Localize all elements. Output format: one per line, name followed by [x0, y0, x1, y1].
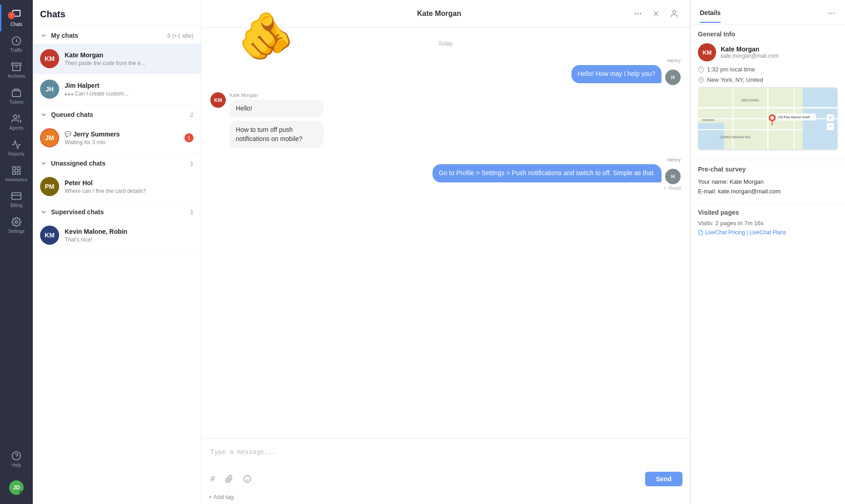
section-queued-chats[interactable]: Queued chats 2: [33, 105, 201, 123]
page-icon: [698, 230, 703, 235]
svg-point-24: [831, 13, 833, 14]
chat-name-kate-morgan: Kate Morgan: [65, 51, 193, 59]
svg-point-4: [14, 115, 17, 118]
user-avatar: JD: [9, 480, 24, 495]
msg-group-4: Henry Go to Profile > Settings > Push no…: [433, 157, 681, 191]
bubble-3: How to turn off push notifications on mo…: [229, 121, 324, 148]
msg-group-2: Kate Morgan Hello! How to turn off push …: [229, 92, 324, 150]
message-row-1: Henry Hello! How may I help you? H: [210, 58, 681, 85]
section-supervised-chats[interactable]: Supervised chats 1: [33, 202, 201, 220]
nav-label-marketplace: Marketplace: [5, 177, 27, 182]
chat-info-kevin-malone: Kevin Malone, Robin That's nice!: [65, 228, 193, 243]
map-svg: MIDTOWN Hoboken LOWER MANHATTAN 228 Park…: [698, 87, 838, 151]
avatar-jim-halpert: JH: [40, 80, 59, 99]
user-avatar-nav[interactable]: JD: [0, 472, 33, 504]
section-count-queued-chats: 2: [190, 111, 193, 118]
svg-point-19: [673, 10, 676, 14]
clock-icon: [698, 66, 704, 73]
typing-indicator: [65, 93, 73, 96]
user-email: kate.morgan@mail.com: [721, 53, 779, 59]
nav-item-archives[interactable]: Archives: [0, 57, 33, 83]
bubble-1: Hello! How may I help you?: [571, 65, 662, 83]
svg-text:+: +: [829, 115, 832, 120]
nav-label-settings: Settings: [8, 229, 25, 234]
chevron-supervised-chats: [40, 208, 47, 216]
online-indicator: [20, 491, 23, 494]
close-chat-button[interactable]: [650, 7, 662, 20]
tab-details[interactable]: Details: [700, 9, 721, 23]
more-options-button[interactable]: [631, 7, 644, 20]
section-my-chats[interactable]: My chats 3 (+1 idle): [33, 25, 201, 44]
nav-item-traffic[interactable]: Traffic: [0, 31, 33, 57]
chat-item-kevin-malone[interactable]: KM Kevin Malone, Robin That's nice!: [33, 220, 201, 251]
nav-item-billing[interactable]: Billing: [0, 186, 33, 212]
toolbar-icons: #: [209, 473, 253, 486]
date-divider: Today: [210, 40, 681, 47]
chat-item-peter-hol[interactable]: PM Peter Hol Where can I fine the card d…: [33, 171, 201, 202]
chat-info-jerry-summers: 💬 Jerry Summers Waiting for 3 min: [65, 131, 184, 146]
location-icon: [698, 77, 704, 83]
msg-avatar-henry-1: H: [665, 70, 681, 85]
hashtag-button[interactable]: #: [209, 473, 217, 486]
svg-point-14: [635, 13, 636, 14]
svg-point-16: [640, 13, 641, 14]
chat-preview-jerry-summers: Waiting for 3 min: [65, 139, 184, 146]
add-tag-link[interactable]: + Add tag: [201, 492, 690, 504]
nav-label-archives: Archives: [8, 74, 25, 79]
send-button[interactable]: Send: [645, 472, 682, 486]
page-link-1[interactable]: LiveChat Pricing | LiveChat Plans: [698, 229, 838, 236]
chat-name-peter-hol: Peter Hol: [65, 179, 193, 186]
chats-badge: 7: [8, 12, 15, 19]
nav-item-agents[interactable]: Agents: [0, 109, 33, 135]
svg-point-25: [834, 13, 835, 14]
chat-item-kate-morgan[interactable]: KM Kate Morgan Then paste the code from …: [33, 44, 201, 74]
section-title-supervised-chats: Supervised chats: [51, 208, 190, 216]
msg-sender-kate-1: Kate Morgan: [229, 92, 324, 98]
svg-rect-1: [12, 63, 21, 66]
message-row-2: KM Kate Morgan Hello! How to turn off pu…: [210, 92, 681, 150]
chat-main: Kate Morgan 🫵 Today Henry Hello! How may…: [201, 0, 690, 504]
svg-text:LOWER MANHATTAN: LOWER MANHATTAN: [720, 136, 750, 139]
svg-rect-3: [12, 91, 20, 96]
badge-jerry-summers: 1: [184, 133, 193, 142]
chat-preview-kate-morgan: Then paste the code from the e...: [65, 60, 193, 66]
chat-name-jerry-summers: 💬 Jerry Summers: [65, 131, 184, 138]
user-avatar-lg: KM: [698, 43, 716, 61]
chat-item-jim-halpert[interactable]: JH Jim Halpert Can I create custom...: [33, 74, 201, 105]
nav-item-settings[interactable]: Settings: [0, 212, 33, 238]
nav-item-marketplace[interactable]: Marketplace: [0, 161, 33, 186]
icon-nav: 7 Chats Traffic Archives Tickets Agents …: [0, 0, 33, 504]
chevron-my-chats: [40, 32, 47, 39]
user-location: New York, NY, United: [707, 76, 763, 83]
nav-item-tickets[interactable]: Tickets: [0, 83, 33, 109]
location-row: New York, NY, United: [698, 76, 838, 83]
svg-rect-7: [13, 171, 15, 174]
attachment-button[interactable]: [223, 473, 235, 486]
section-unassigned-chats[interactable]: Unassigned chats 1: [33, 153, 201, 171]
chat-info-jim-halpert: Jim Halpert Can I create custom...: [65, 82, 193, 97]
svg-rect-9: [12, 193, 21, 200]
emoji-button[interactable]: [241, 473, 253, 486]
chat-name-jim-halpert: Jim Halpert: [65, 82, 193, 89]
svg-point-23: [829, 13, 830, 14]
nav-item-help[interactable]: Help: [0, 446, 33, 472]
details-tabs: Details: [698, 9, 826, 23]
prechat-name-row: Your name: Kate Morgan: [698, 178, 838, 185]
nav-item-chats[interactable]: 7 Chats: [0, 5, 33, 31]
user-profile-button[interactable]: [668, 7, 681, 20]
chat-name-kevin-malone: Kevin Malone, Robin: [65, 228, 193, 235]
msg-avatar-kate-1: KM: [210, 92, 226, 108]
prechat-email-row: E-mail: kate.morgan@mail.com: [698, 188, 838, 195]
message-input[interactable]: [209, 444, 682, 466]
chat-messages: Today Henry Hello! How may I help you? H…: [201, 28, 690, 438]
msg-sender-henry-1: Henry: [667, 58, 681, 63]
svg-rect-8: [17, 171, 20, 174]
chat-list-header: Chats: [33, 0, 201, 25]
details-more-button[interactable]: [826, 7, 838, 19]
nav-item-reports[interactable]: Reports: [0, 135, 33, 161]
visited-pages-title: Visited pages: [698, 209, 838, 216]
chat-item-jerry-summers[interactable]: JM 💬 Jerry Summers Waiting for 3 min 1: [33, 123, 201, 153]
nav-label-billing: Billing: [10, 203, 23, 208]
map-container: MIDTOWN Hoboken LOWER MANHATTAN 228 Park…: [698, 87, 838, 151]
bubble-4: Go to Profile > Settings > Push notifica…: [433, 164, 662, 182]
